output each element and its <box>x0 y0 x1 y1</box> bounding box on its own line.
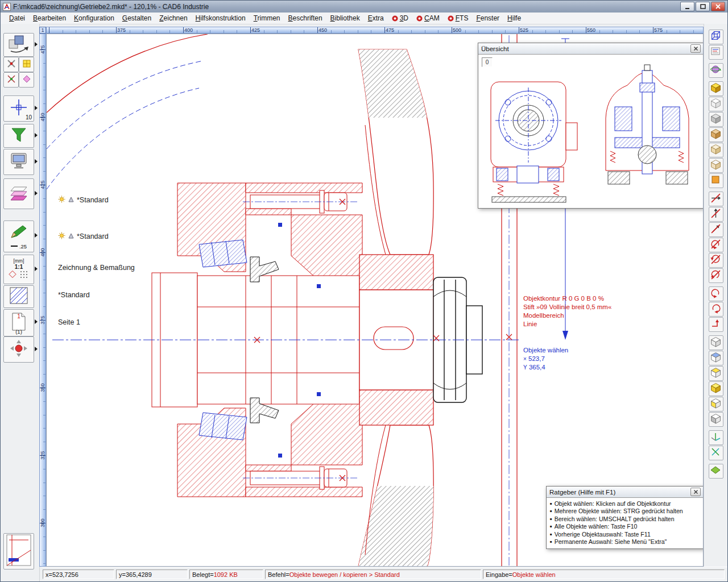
page-flyout-arrow[interactable] <box>35 319 38 324</box>
ruler-horizontal[interactable]: 375400425450475500525550575 <box>46 27 704 34</box>
cube-blue-top-button[interactable] <box>709 351 723 365</box>
scale-settings-button[interactable]: [mm] 1:1 <box>3 255 34 284</box>
canvas-area[interactable]: *Standard *Standard Zeichnung & Bemaßung… <box>46 34 704 567</box>
overview-titlebar[interactable]: Übersicht <box>478 43 704 55</box>
layers-icon <box>9 183 29 205</box>
funnel-icon <box>10 127 27 145</box>
hatch-style-button[interactable] <box>3 285 34 308</box>
cube-open-button[interactable] <box>709 158 723 173</box>
layer-label-standard-2[interactable]: *Standard <box>58 232 109 241</box>
ratgeber-titlebar[interactable]: Ratgeber (Hilfe mit F1) <box>547 487 704 498</box>
menu-item-extra[interactable]: Extra <box>364 13 388 24</box>
rotate-z-locked-button[interactable] <box>709 268 723 283</box>
status-command-value: Objekte bewegen / kopieren > Standard <box>289 571 400 578</box>
snap-flyout-arrow[interactable] <box>35 106 38 110</box>
cube-yellow-solid-button[interactable] <box>709 381 723 396</box>
overview-front-view <box>491 82 577 202</box>
rotate-back-button[interactable] <box>709 302 723 317</box>
menu-item-trimmen[interactable]: Trimmen <box>250 13 284 24</box>
sheet-preview-button[interactable] <box>3 533 34 569</box>
snap-midpoint-button[interactable] <box>19 72 34 88</box>
layers-button[interactable] <box>3 178 34 209</box>
pen-button[interactable]: .25 <box>3 221 34 252</box>
overview-page-box[interactable]: 0 <box>482 57 493 67</box>
menu-item-beschriften[interactable]: Beschriften <box>284 13 326 24</box>
close-button[interactable] <box>711 2 725 11</box>
display-button[interactable] <box>3 149 34 175</box>
titlebar[interactable]: F:\mkcad6\zeichnung\Getriebe2.mkd* - 120… <box>1 1 727 13</box>
bearing-top[interactable] <box>199 240 247 267</box>
overview-close-button[interactable] <box>690 44 701 53</box>
filter-button[interactable] <box>3 124 34 148</box>
snap-grid-button[interactable] <box>19 57 34 72</box>
arrange-tool-button[interactable] <box>3 33 34 57</box>
cube-gray-face-button[interactable] <box>709 412 723 427</box>
fan-blade[interactable] <box>354 49 439 567</box>
snap-distance-button[interactable]: 10 <box>3 95 34 122</box>
rotate-x-locked-button[interactable] <box>709 238 723 252</box>
pan-flyout-arrow[interactable] <box>35 347 38 351</box>
pen-flyout-arrow[interactable] <box>35 233 38 238</box>
snap-point-button[interactable] <box>3 57 19 72</box>
annotation-3d-button[interactable] <box>709 45 723 60</box>
menu-item-bearbeiten[interactable]: Bearbeiten <box>29 13 70 24</box>
view-3d-cube-button[interactable] <box>709 30 723 44</box>
cube-white-button[interactable] <box>709 335 723 350</box>
layer-label-drawing[interactable]: Zeichnung & Bemaßung <box>58 264 135 272</box>
cube-gray-button[interactable] <box>709 112 723 127</box>
cube-yellow-top-button[interactable] <box>709 366 723 381</box>
menu-item-hilfskonstruktion[interactable]: Hilfskonstruktion <box>192 13 250 24</box>
cube-yellow-button[interactable] <box>709 81 723 96</box>
rotate-orbit-button[interactable] <box>709 286 723 301</box>
menu-item-zeichnen[interactable]: Zeichnen <box>155 13 191 24</box>
menu-item-datei[interactable]: Datei <box>5 13 29 24</box>
minimize-button[interactable] <box>680 2 694 11</box>
menu-item-cam[interactable]: CAM <box>412 13 444 24</box>
display-flyout-arrow[interactable] <box>35 159 38 164</box>
menu-item-konfiguration[interactable]: Konfiguration <box>70 13 118 24</box>
cube-pale-button[interactable] <box>709 143 723 157</box>
menu-item-fts[interactable]: FTS <box>444 13 473 24</box>
ratgeber-close-button[interactable] <box>690 488 701 496</box>
prompt-annotation: Objekte wählen × 523,7 Y 365,4 <box>523 346 568 372</box>
filter-flyout-arrow[interactable] <box>35 133 38 138</box>
orbit-sphere-button[interactable] <box>709 63 723 78</box>
layer-label-standard-1[interactable]: *Standard <box>58 196 109 205</box>
move-y-locked-button[interactable] <box>709 207 723 222</box>
cube-tan-button[interactable] <box>709 127 723 142</box>
page-button[interactable]: 1 (1) <box>3 309 34 336</box>
maximize-button[interactable] <box>696 2 710 11</box>
layer-label-text: *Standard <box>77 232 109 240</box>
cube-outline-button[interactable] <box>709 97 723 111</box>
ratgeber-panel[interactable]: Ratgeber (Hilfe mit F1) Objekt wählen: K… <box>546 486 704 549</box>
menu-item-fenster[interactable]: Fenster <box>472 13 503 24</box>
move-z-locked-button[interactable] <box>709 222 723 237</box>
layer-label-page[interactable]: Seite 1 <box>58 318 80 326</box>
move-x-locked-button[interactable] <box>709 192 723 206</box>
layer-label-standard-3[interactable]: *Standard <box>58 291 90 299</box>
overview-body[interactable]: 0 <box>478 55 702 208</box>
ruler-vertical[interactable]: 475450425400375350325300 <box>39 34 46 567</box>
menu-item-bibliothek[interactable]: Bibliothek <box>326 13 364 24</box>
scale-flyout-arrow[interactable] <box>35 267 38 271</box>
arrange-flyout-arrow[interactable] <box>35 42 38 47</box>
status-input-field[interactable]: Eingabe=Objekte wählen <box>483 569 725 579</box>
menu-item-gestalten[interactable]: Gestalten <box>118 13 155 24</box>
snap-intersection-button[interactable] <box>3 72 19 88</box>
bearing-bottom[interactable] <box>199 413 247 440</box>
layers-flyout-arrow[interactable] <box>35 191 38 196</box>
status-memory-value: 1092 KB <box>214 571 238 578</box>
ruler-corner-page[interactable]: 1 <box>39 27 46 34</box>
rotate-y-locked-button[interactable] <box>709 253 723 268</box>
overview-panel[interactable]: Übersicht 0 <box>478 43 704 209</box>
axes-cyan-button[interactable] <box>709 446 723 460</box>
arrow-step-red-button[interactable] <box>709 317 723 332</box>
menu-item-3d[interactable]: 3D <box>388 13 412 24</box>
pan-navigator-button[interactable] <box>3 336 34 363</box>
axes-green-button[interactable] <box>709 430 723 445</box>
cube-pale-icon <box>710 144 721 157</box>
plane-diamond-green-button[interactable] <box>709 464 723 479</box>
cube-yellow-face-button[interactable] <box>709 397 723 411</box>
square-orange-button[interactable] <box>709 173 723 188</box>
menu-item-hilfe[interactable]: Hilfe <box>503 13 525 24</box>
